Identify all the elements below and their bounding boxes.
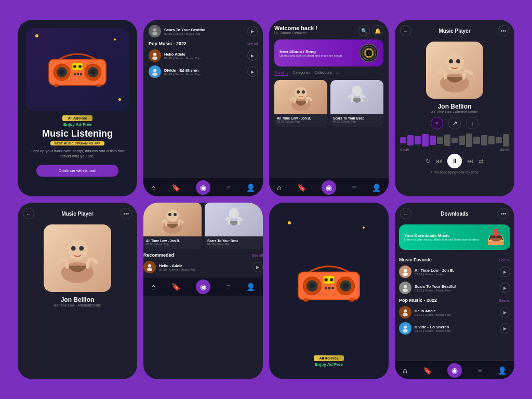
wave-bar <box>422 134 428 147</box>
notification-icon-btn[interactable]: 🔔 <box>372 25 383 36</box>
description: Light up your world with songs, albums a… <box>26 149 129 159</box>
play-fav-2[interactable]: ▶ <box>500 283 510 293</box>
svg-point-40 <box>147 268 152 271</box>
see-all-pop[interactable]: See all <box>499 299 510 302</box>
bookmark-nav-2[interactable]: 🔖 <box>171 283 180 291</box>
svg-point-15 <box>153 28 156 31</box>
home-nav-2[interactable]: ⌂ <box>151 283 155 291</box>
tab-tranding[interactable]: Tranding <box>274 71 288 76</box>
list-nav-3[interactable]: ≡ <box>477 366 482 375</box>
home-nav[interactable]: ⌂ <box>151 183 155 192</box>
tab-collections[interactable]: Collections <box>314 71 332 76</box>
svg-rect-13 <box>54 84 58 87</box>
home-content: Welcome back ! Hi, Zanuar Renaldie 🔍 🔔 N… <box>269 20 389 178</box>
thumb-meta-4: 04.28 | Music Pop <box>207 243 260 246</box>
play-button[interactable]: ▶ <box>247 66 258 77</box>
svg-point-20 <box>152 73 157 76</box>
download-button[interactable]: ↓ <box>466 117 478 129</box>
list-nav-2[interactable]: ≡ <box>226 283 230 291</box>
svg-point-24 <box>302 90 305 94</box>
svg-point-61 <box>403 313 408 316</box>
svg-point-63 <box>403 329 408 332</box>
play-button[interactable]: ▶ <box>252 262 263 272</box>
recommended-title: Recommeded <box>143 252 174 258</box>
thumb-item-1[interactable]: All Time Low - Jon B. 03.38 | Music Pop <box>274 80 327 127</box>
svg-point-3 <box>59 70 64 75</box>
svg-rect-55 <box>350 298 354 301</box>
song-meta: 03.39 | Genre : Music Pop <box>164 32 244 35</box>
svg-point-8 <box>73 65 76 68</box>
thumb-img-1 <box>274 80 327 114</box>
boombox-icon <box>44 46 111 93</box>
bookmark-nav[interactable]: 🔖 <box>297 183 306 192</box>
home-nav-3[interactable]: ⌂ <box>403 366 407 375</box>
play-fav-1[interactable]: ▶ <box>500 267 510 277</box>
album-cover-2 <box>44 224 111 292</box>
new-album-banner[interactable]: New Album / Song Upload any son on cloud… <box>274 39 383 66</box>
play-nav-3[interactable]: ◉ <box>447 363 462 378</box>
see-all-favorites[interactable]: See all <box>499 258 510 262</box>
more-button-3[interactable]: ••• <box>498 208 509 219</box>
play-nav-2[interactable]: ◉ <box>196 280 210 294</box>
continue-button[interactable]: Continue with e-mail <box>36 165 118 177</box>
bookmark-nav[interactable]: 🔖 <box>171 183 180 192</box>
more-button[interactable]: ••• <box>498 25 509 36</box>
thumb-item-2[interactable]: Scars To Your Beat 04.28 | Music Pop <box>330 80 383 127</box>
wave-bar <box>481 135 487 145</box>
like-button[interactable]: ♥ <box>431 117 443 129</box>
shuffle-button[interactable]: ⇄ <box>478 157 484 165</box>
play-pause-button[interactable]: ⏸ <box>447 154 462 168</box>
repeat-button[interactable]: ↻ <box>425 157 431 165</box>
decor-dot-2 <box>288 221 291 224</box>
tab-more[interactable]: L <box>336 71 338 76</box>
list-nav[interactable]: ≡ <box>352 183 356 192</box>
play-nav[interactable]: ◉ <box>322 180 336 195</box>
song-info: Hello Adele 03.39 | Genre : Music Pop <box>164 52 244 60</box>
svg-point-22 <box>295 87 307 99</box>
thumb-title-4: Scars To Your Beat <box>207 239 260 243</box>
vinyl-icon <box>360 44 378 62</box>
svg-rect-12 <box>80 73 82 75</box>
play-button[interactable]: ▶ <box>247 50 258 61</box>
play-nav[interactable]: ◉ <box>196 180 210 195</box>
bookmark-nav-3[interactable]: 🔖 <box>423 366 432 375</box>
back-button-3[interactable]: ← <box>400 208 411 219</box>
back-button[interactable]: ← <box>400 25 411 36</box>
action-row: ♥ ↗ ↓ <box>395 117 514 129</box>
share-button[interactable]: ↗ <box>448 117 461 129</box>
bottom-nav: ⌂ 🔖 ◉ ≡ 👤 <box>269 178 389 196</box>
svg-point-36 <box>168 213 171 216</box>
back-button-2[interactable]: ← <box>23 208 34 219</box>
svg-point-18 <box>152 57 157 60</box>
thumb-item-3[interactable]: All Time Low - Jon B. 03.38 | Music Pop <box>143 203 202 249</box>
thumb-item-4[interactable]: Scars To Your Beat 04.28 | Music Pop <box>205 203 263 249</box>
fav-thumb-1 <box>399 265 411 278</box>
list-nav[interactable]: ≡ <box>226 183 230 192</box>
wave-bar <box>488 136 495 144</box>
pop-song-1: Hello Adele 03.39 | Genre : Music Pop ▶ <box>399 306 510 318</box>
prev-button[interactable]: ⏮ <box>436 157 442 165</box>
profile-nav-2[interactable]: 👤 <box>246 283 255 291</box>
svg-rect-11 <box>77 73 79 75</box>
home-nav[interactable]: ⌂ <box>277 183 281 192</box>
see-all-recommended[interactable]: See all <box>252 254 263 257</box>
play-pop-2[interactable]: ▶ <box>500 323 510 334</box>
svg-point-59 <box>403 289 408 292</box>
album-sub: Upload any son on cloud and share on soc… <box>280 54 355 57</box>
play-button[interactable]: ▶ <box>247 26 258 36</box>
see-all-link[interactable]: See all <box>247 42 258 46</box>
player-header-2: ← Music Player ••• <box>18 203 137 224</box>
fav-meta-2: 03.39 | Genre : Music Pop <box>415 289 497 292</box>
search-icon-btn[interactable]: 🔍 <box>358 25 370 36</box>
profile-nav[interactable]: 👤 <box>246 183 255 192</box>
waveform <box>400 132 509 148</box>
more-button-2[interactable]: ••• <box>121 208 132 219</box>
download-art-icon: 📥 <box>487 229 505 246</box>
thumb-meta-3: 03.38 | Music Pop <box>146 243 199 246</box>
svg-point-28 <box>449 59 453 63</box>
next-button[interactable]: ⏭ <box>467 157 473 165</box>
play-pop-1[interactable]: ▶ <box>500 307 510 317</box>
profile-nav-3[interactable]: 👤 <box>498 366 507 375</box>
tab-categories[interactable]: Categories <box>292 71 310 76</box>
profile-nav[interactable]: 👤 <box>372 183 381 192</box>
